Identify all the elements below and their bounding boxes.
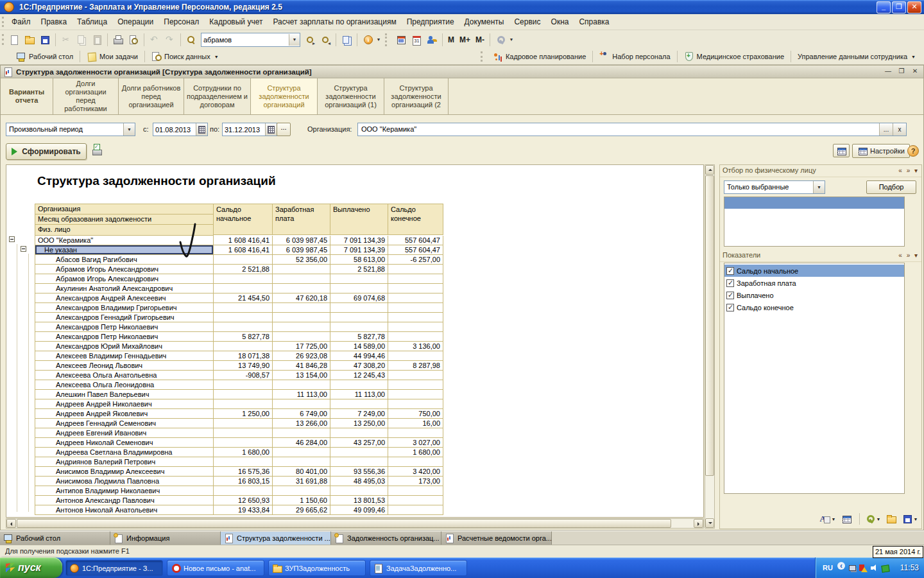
table-cell-value[interactable]: [388, 274, 443, 284]
calendar-picker-icon[interactable]: [265, 123, 277, 136]
table-cell-value[interactable]: 557 604,47: [388, 245, 443, 255]
table-cell-value[interactable]: 557 604,47: [388, 236, 443, 245]
table-cell-value[interactable]: [214, 390, 273, 399]
table-cell-value[interactable]: 16 803,15: [214, 477, 273, 486]
table-cell-name[interactable]: Алексеев Леонид Львович: [35, 361, 214, 371]
hide-icons-chevron-icon[interactable]: [837, 564, 846, 572]
table-cell-value[interactable]: [214, 419, 273, 428]
table-cell-value[interactable]: 41 846,28: [273, 361, 330, 371]
section-collapse-icons[interactable]: « » ▾: [898, 165, 919, 176]
table-cell-value[interactable]: [388, 399, 443, 409]
selection-list-selected-row[interactable]: [724, 197, 904, 209]
table-cell-value[interactable]: [214, 342, 273, 351]
checkbox-checked-icon[interactable]: [726, 267, 734, 275]
table-cell-name[interactable]: Александров Владимир Григорьевич: [35, 303, 214, 313]
vertical-scroll-thumb[interactable]: [705, 175, 714, 476]
horizontal-scrollbar[interactable]: [6, 518, 704, 529]
window-tab-2[interactable]: Информация: [110, 531, 221, 545]
table-cell-value[interactable]: [330, 322, 388, 332]
table-cell-value[interactable]: [273, 428, 330, 438]
table-cell-value[interactable]: [273, 457, 330, 467]
pick-button[interactable]: Подбор: [866, 180, 916, 194]
table-cell-value[interactable]: [388, 322, 443, 332]
table-cell-value[interactable]: [214, 380, 273, 390]
volume-icon[interactable]: [870, 564, 878, 572]
dropdown-arrow-icon[interactable]: ▼: [214, 55, 219, 59]
table-cell-name[interactable]: Александров Андрей Алексеевич: [35, 293, 214, 303]
scroll-right-icon[interactable]: [694, 519, 703, 528]
table-cell-name[interactable]: Александров Петр Николаевич: [35, 322, 214, 332]
table-cell-name[interactable]: Андреева Светлана Владимировна: [35, 448, 214, 457]
window-tab-5[interactable]: Расчетные ведомости орга...: [441, 531, 552, 545]
table-cell-value[interactable]: 5 827,78: [330, 332, 388, 342]
table-cell-value[interactable]: 44 994,46: [330, 351, 388, 361]
table-cell-value[interactable]: [388, 293, 443, 303]
table-cell-value[interactable]: [388, 303, 443, 313]
toolbar-button-my-tasks[interactable]: Мои задачи: [82, 50, 142, 63]
print-on-generate-icon[interactable]: [92, 146, 102, 156]
table-cell-value[interactable]: [273, 274, 330, 284]
table-cell-name[interactable]: Абрамов Игорь Александрович: [35, 274, 214, 284]
table-cell-value[interactable]: 2 521,88: [214, 265, 273, 274]
table-cell-value[interactable]: [388, 313, 443, 322]
report-restore-button[interactable]: ❐: [896, 67, 907, 76]
table-cell-value[interactable]: [214, 313, 273, 322]
table-cell-name[interactable]: Александров Юрий Михайлович: [35, 342, 214, 351]
network-icon[interactable]: [848, 564, 857, 572]
menu-table[interactable]: Таблица: [72, 15, 112, 28]
table-cell-value[interactable]: [273, 322, 330, 332]
calculator-icon[interactable]: [394, 33, 408, 47]
table-cell-name[interactable]: Александров Петр Николаевич: [35, 332, 214, 342]
table-cell-value[interactable]: [388, 284, 443, 293]
table-cell-name[interactable]: Андреев Андрей Николаевич: [35, 399, 214, 409]
window-tab-1[interactable]: Рабочий стол: [0, 531, 110, 545]
tree-collapse-icon[interactable]: [9, 236, 15, 242]
table-cell-value[interactable]: [214, 399, 273, 409]
save-settings-icon[interactable]: ▼: [903, 512, 917, 526]
toolbar-button-employee-data[interactable]: Управление данными сотрудника▼: [793, 51, 920, 62]
table-cell-name[interactable]: Андреев Андрей Яковлевич: [35, 409, 214, 419]
table-cell-value[interactable]: [214, 428, 273, 438]
table-cell-value[interactable]: [388, 371, 443, 380]
table-cell-name[interactable]: Антонов Николай Анатольевич: [35, 505, 214, 515]
table-cell-value[interactable]: 29 665,62: [273, 505, 330, 515]
dropdown-arrow-icon[interactable]: ▼: [914, 517, 918, 521]
menu-hr[interactable]: Кадровый учет: [204, 15, 268, 28]
table-cell-value[interactable]: 7 249,00: [330, 409, 388, 419]
table-cell-value[interactable]: [273, 486, 330, 496]
table-cell-name[interactable]: Андреев Евгений Иванович: [35, 428, 214, 438]
memory-add-button[interactable]: M+: [457, 35, 473, 44]
table-cell-value[interactable]: 6 039 987,45: [273, 236, 330, 245]
report-tab-5[interactable]: Структура задолженности организаций (1): [318, 78, 384, 114]
table-cell-name[interactable]: Алексеев Владимир Геннадьевич: [35, 351, 214, 361]
table-cell-value[interactable]: 49 099,46: [330, 505, 388, 515]
table-cell-value[interactable]: 3 420,00: [388, 467, 443, 477]
table-cell-value[interactable]: [273, 303, 330, 313]
checkbox-checked-icon[interactable]: [726, 304, 734, 311]
period-ellipsis-button[interactable]: ...: [277, 123, 291, 136]
table-cell-value[interactable]: 18 071,38: [214, 351, 273, 361]
table-cell-name[interactable]: ООО "Керамика": [35, 236, 214, 245]
table-cell-name[interactable]: Алексеева Ольга Анатольевна: [35, 371, 214, 380]
table-cell-value[interactable]: 1 150,60: [273, 496, 330, 505]
report-minimize-button[interactable]: —: [882, 67, 894, 76]
calendar-picker-icon[interactable]: [196, 123, 207, 136]
table-cell-value[interactable]: [330, 399, 388, 409]
taskbar-button-2[interactable]: Новое письмо - anat...: [167, 560, 264, 576]
table-cell-value[interactable]: 6 749,00: [273, 409, 330, 419]
table-cell-name[interactable]: Антонов Александр Павлович: [35, 496, 214, 505]
search-input[interactable]: [201, 35, 289, 45]
table-cell-value[interactable]: [330, 380, 388, 390]
table-cell-value[interactable]: 58 613,00: [330, 255, 388, 265]
report-tab-4[interactable]: Структура задолженности организаций: [251, 78, 318, 114]
table-cell-value[interactable]: 46 284,00: [273, 438, 330, 448]
table-cell-value[interactable]: 2 521,88: [330, 265, 388, 274]
section-collapse-icons[interactable]: « » ▾: [898, 250, 919, 261]
table-cell-name[interactable]: Анисимов Владимир Алексеевич: [35, 467, 214, 477]
table-cell-value[interactable]: -908,57: [214, 371, 273, 380]
table-cell-name[interactable]: Антипов Владимир Николаевич: [35, 486, 214, 496]
selection-mode-dropdown-icon[interactable]: ▼: [813, 181, 825, 193]
dropdown-arrow-icon[interactable]: ▼: [877, 517, 881, 521]
table-cell-value[interactable]: [388, 428, 443, 438]
table-cell-value[interactable]: 80 401,00: [273, 467, 330, 477]
